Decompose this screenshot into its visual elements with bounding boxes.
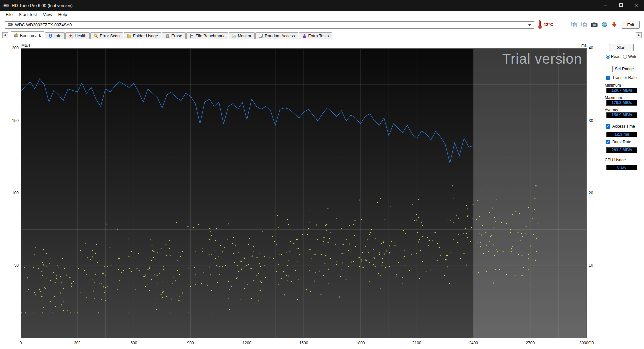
exit-button[interactable]: Exit	[622, 21, 640, 29]
x-axis-tick: 300	[67, 341, 87, 346]
hd-tune-window: HD Tune Pro 6.00 (trial version) FileSta…	[0, 0, 644, 349]
menu-bar: FileStart TestViewHelp	[0, 11, 644, 18]
x-axis-end-label: 3000GB	[577, 341, 597, 346]
extra-tests-icon	[302, 34, 307, 38]
maximum-label: Maximum	[605, 95, 622, 100]
maximize-button[interactable]	[613, 0, 629, 11]
menu-item-view[interactable]: View	[40, 11, 55, 18]
app-icon	[3, 3, 9, 8]
right-axis-tick: 30	[589, 118, 602, 123]
title-bar: HD Tune Pro 6.00 (trial version)	[0, 0, 644, 11]
burst-rate-label: Burst Rate	[612, 140, 631, 144]
control-panel: Start Read Write Set Range Transfer Rate	[602, 39, 644, 349]
right-axis-tick: 10	[589, 263, 602, 268]
tab-health[interactable]: Health	[65, 32, 90, 39]
access-time-label: Access Time	[612, 124, 635, 129]
close-button[interactable]	[629, 0, 644, 11]
read-radio[interactable]: Read	[606, 54, 621, 59]
x-axis-tick: 2400	[464, 341, 484, 346]
right-axis-tick: 40	[589, 46, 602, 51]
tab-extra-tests[interactable]: Extra Tests	[299, 32, 332, 39]
start-button[interactable]: Start	[609, 44, 634, 51]
arrow-left-icon	[4, 34, 6, 37]
right-axis-unit: ms	[577, 43, 587, 48]
menu-item-help[interactable]: Help	[55, 11, 70, 18]
drive-selector[interactable]: WDC WD3003FZEX-00Z4SA0	[5, 21, 534, 29]
benchmark-chart-svg	[21, 48, 587, 338]
average-value: 156.9 MB/s	[606, 112, 637, 118]
burst-rate-checkbox[interactable]	[606, 140, 610, 144]
maximize-icon	[619, 3, 623, 8]
tabs: BenchmarkInfoHealthError ScanFolder Usag…	[11, 31, 332, 39]
drive-icon	[8, 23, 13, 27]
thermometer-icon	[538, 20, 541, 29]
x-axis-tick: 2700	[520, 341, 540, 346]
x-axis-tick: 600	[124, 341, 144, 346]
tab-random-access[interactable]: Random Access	[255, 32, 298, 39]
web-icon[interactable]	[600, 20, 609, 29]
tab-scroll-right-button[interactable]	[636, 32, 642, 38]
benchmark-icon	[14, 33, 18, 38]
toolbar-icons	[570, 20, 619, 29]
menu-item-file[interactable]: File	[3, 11, 16, 18]
transfer-rate-row: Transfer Rate	[606, 75, 637, 80]
download-icon[interactable]	[610, 20, 619, 29]
cpu-usage-label: CPU Usage	[605, 158, 626, 162]
write-radio-circle	[623, 55, 627, 59]
access-time-value: 12.3 ms	[606, 132, 637, 137]
x-axis-tick: 1200	[237, 341, 257, 346]
trial-watermark: Trial version	[502, 51, 582, 67]
random-access-icon	[259, 34, 263, 38]
tab-erase[interactable]: Erase	[162, 32, 186, 39]
tab-label: Benchmark	[20, 33, 41, 38]
left-axis-tick: 200	[0, 46, 19, 51]
left-axis-tick: 150	[0, 118, 19, 123]
folder-usage-icon	[127, 34, 131, 38]
minimize-button[interactable]	[598, 0, 613, 11]
tab-info[interactable]: Info	[45, 32, 65, 39]
erase-icon	[165, 34, 170, 38]
left-axis-unit: MB/s	[21, 43, 30, 48]
minimum-label: Minimum	[605, 83, 621, 88]
tab-file-benchmark[interactable]: File Benchmark	[186, 32, 228, 39]
copy-image-icon[interactable]	[580, 20, 589, 29]
info-icon	[48, 34, 53, 38]
average-label: Average	[605, 108, 619, 112]
tab-error-scan[interactable]: Error Scan	[90, 32, 123, 39]
x-axis-tick: 1800	[350, 341, 370, 346]
copy-text-icon[interactable]	[570, 20, 579, 29]
benchmark-plot: Trial version	[21, 48, 587, 338]
cpu-usage-value: 0.1%	[606, 165, 637, 170]
tab-label: Info	[54, 34, 61, 38]
read-write-options: Read Write	[602, 54, 641, 59]
write-radio-label: Write	[628, 54, 637, 59]
minimize-icon	[604, 3, 608, 8]
burst-rate-value: 283.2 MB/s	[606, 147, 637, 153]
tab-strip: BenchmarkInfoHealthError ScanFolder Usag…	[0, 31, 644, 39]
temperature-value: 42°C	[543, 22, 553, 27]
tab-label: File Benchmark	[196, 34, 225, 38]
tab-label: Random Access	[265, 34, 295, 38]
set-range-checkbox[interactable]	[606, 67, 610, 71]
tab-monitor[interactable]: Monitor	[229, 32, 255, 39]
right-axis-tick: 20	[589, 191, 602, 196]
tab-label: Erase	[171, 34, 182, 38]
access-time-checkbox[interactable]	[606, 124, 610, 129]
screenshot-icon[interactable]	[590, 20, 599, 29]
chevron-down-icon	[528, 24, 531, 26]
toolbar: WDC WD3003FZEX-00Z4SA0 42°C Exit	[0, 18, 644, 31]
transfer-rate-checkbox[interactable]	[606, 76, 610, 80]
error-scan-icon	[94, 34, 98, 38]
arrow-right-icon	[638, 34, 640, 37]
tab-benchmark[interactable]: Benchmark	[11, 31, 44, 39]
tab-scroll-left-button[interactable]	[2, 32, 8, 38]
set-range-button[interactable]: Set Range	[612, 66, 636, 72]
window-title: HD Tune Pro 6.00 (trial version)	[12, 3, 73, 8]
x-axis-tick: 900	[181, 341, 201, 346]
monitor-icon	[232, 34, 236, 38]
x-axis-tick: 0	[11, 341, 31, 346]
menu-item-start-test[interactable]: Start Test	[16, 11, 40, 18]
write-radio[interactable]: Write	[623, 54, 637, 59]
tab-folder-usage[interactable]: Folder Usage	[124, 32, 161, 39]
file-benchmark-icon	[190, 34, 194, 38]
